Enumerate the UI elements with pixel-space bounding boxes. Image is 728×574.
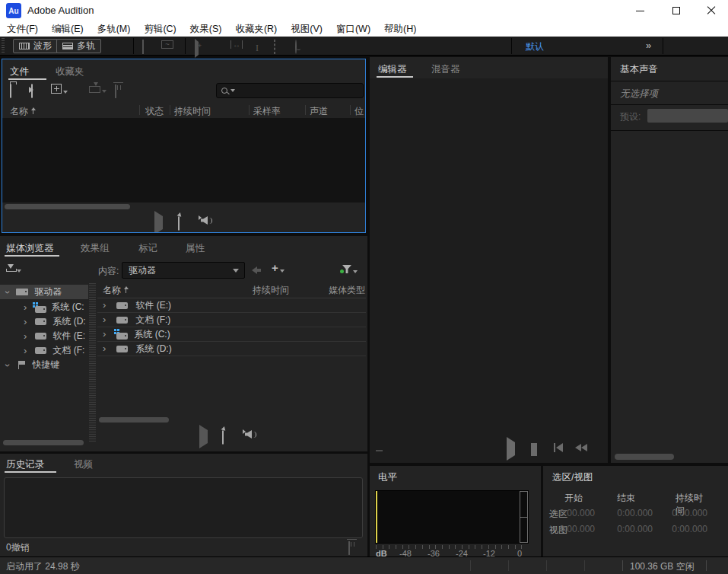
new-item-button[interactable]	[51, 84, 68, 94]
levels-meter[interactable]	[375, 490, 529, 544]
tab-mixer[interactable]: 混音器	[431, 63, 460, 76]
selection-duration-value[interactable]: 0:00.000	[672, 508, 707, 518]
spectral-pitch-toggle[interactable]: ~	[161, 40, 173, 49]
lasso-selection-tool[interactable]	[295, 40, 297, 54]
chevron-down-icon[interactable]: ›	[4, 363, 11, 366]
delete-file-button[interactable]	[115, 85, 116, 98]
files-list[interactable]	[2, 118, 365, 202]
list-item-documents-f[interactable]: › 文档 (F:)	[97, 313, 366, 327]
slip-tool[interactable]: ↔	[230, 40, 243, 49]
list-column-media-type[interactable]: 媒体类型	[329, 284, 365, 297]
insert-into-multitrack-button[interactable]	[89, 86, 106, 93]
tree-item-shortcuts[interactable]: › 快捷键	[0, 358, 88, 372]
chevron-down-icon[interactable]: ›	[4, 290, 11, 293]
menu-effects[interactable]: 效果(S)	[183, 21, 229, 37]
chevron-right-icon[interactable]: ›	[24, 318, 27, 326]
menu-file[interactable]: 文件(F)	[0, 21, 45, 37]
menu-window[interactable]: 窗口(W)	[329, 21, 377, 37]
tab-markers[interactable]: 标记	[138, 242, 157, 255]
tab-media-browser[interactable]: 媒体浏览器	[6, 242, 54, 255]
chevron-right-icon[interactable]: ›	[103, 301, 106, 309]
preset-input[interactable]	[647, 109, 728, 123]
editor-canvas[interactable]	[370, 78, 608, 463]
essential-sound-h-scrollbar[interactable]	[615, 454, 674, 460]
list-item-software-e[interactable]: › 软件 (E:)	[97, 298, 366, 313]
tree-item-software-e[interactable]: › 软件 (E:	[0, 329, 88, 343]
tree-item-system-c[interactable]: › 系统 (C:	[0, 300, 88, 314]
tab-properties[interactable]: 属性	[186, 242, 205, 255]
menu-multitrack[interactable]: 多轨(M)	[91, 21, 138, 37]
menu-view[interactable]: 视图(V)	[284, 21, 329, 37]
pause-button[interactable]	[531, 443, 537, 457]
view-multitrack-button[interactable]: 多轨	[56, 39, 101, 53]
open-file-button[interactable]	[10, 85, 11, 98]
add-shortcut-button[interactable]: +	[272, 263, 285, 273]
tab-files[interactable]: 文件	[10, 65, 29, 78]
toolbar-overflow-button[interactable]: »	[646, 40, 650, 51]
file-search-input[interactable]	[216, 83, 364, 98]
clear-history-button[interactable]	[348, 541, 350, 555]
menu-help[interactable]: 帮助(H)	[377, 21, 423, 37]
view-duration-value[interactable]: 0:00.000	[672, 524, 707, 534]
chevron-right-icon[interactable]: ›	[24, 347, 27, 355]
history-list[interactable]	[4, 477, 363, 538]
tree-v-scrollbar[interactable]	[89, 283, 96, 442]
preview-play-button[interactable]	[154, 216, 163, 230]
time-selection-tool[interactable]: I	[256, 40, 259, 54]
media-loop-playback-button[interactable]	[222, 431, 224, 445]
tab-essential-sound[interactable]: 基本声音	[620, 63, 658, 76]
selection-start-value[interactable]: 0:00.000	[559, 508, 595, 518]
column-bit-depth[interactable]: 位	[354, 105, 364, 118]
list-h-scrollbar[interactable]	[99, 417, 169, 423]
column-status[interactable]: 状态	[145, 105, 164, 118]
tab-favorites[interactable]: 收藏夹	[56, 65, 84, 78]
import-file-button[interactable]	[31, 85, 33, 98]
menu-edit[interactable]: 编辑(E)	[45, 21, 91, 37]
chevron-right-icon[interactable]: ›	[103, 330, 106, 338]
move-tool[interactable]	[195, 42, 199, 56]
tree-item-drives[interactable]: › 驱动器	[0, 285, 88, 299]
clip-indicator[interactable]	[520, 491, 528, 543]
loop-playback-button[interactable]	[178, 217, 180, 231]
menu-favorites[interactable]: 收藏夹(R)	[228, 21, 284, 37]
content-dropdown[interactable]: 驱动器	[122, 262, 245, 279]
filter-button[interactable]	[342, 265, 358, 273]
media-preview-play-button[interactable]	[199, 430, 208, 444]
tab-effects-rack[interactable]: 效果组	[81, 242, 110, 255]
close-button[interactable]	[694, 0, 728, 21]
column-duration[interactable]: 持续时间	[174, 105, 211, 118]
column-sample-rate[interactable]: 采样率	[253, 105, 281, 118]
tab-video[interactable]: 视频	[74, 458, 93, 471]
menu-clip[interactable]: 剪辑(C)	[137, 21, 183, 37]
list-item-system-c[interactable]: › 系统 (C:)	[97, 327, 366, 342]
chevron-right-icon[interactable]: ›	[103, 345, 106, 352]
tree-item-documents-f[interactable]: › 文档 (F:	[0, 343, 88, 358]
chevron-right-icon[interactable]: ›	[24, 333, 27, 340]
view-end-value[interactable]: 0:00.000	[617, 524, 653, 534]
media-import-button[interactable]	[6, 263, 21, 273]
view-start-value[interactable]: 0:00.000	[559, 524, 595, 534]
minimize-button[interactable]	[622, 0, 657, 21]
tree-item-system-d[interactable]: › 系统 (D:	[0, 314, 88, 329]
column-name[interactable]: 名称	[10, 105, 36, 118]
tab-editor[interactable]: 编辑器	[378, 63, 407, 76]
view-waveform-button[interactable]: 波形	[13, 39, 58, 53]
workspace-selector[interactable]: 默认	[526, 40, 544, 53]
files-h-scrollbar[interactable]	[5, 204, 130, 209]
editor-scrollbar-remnant[interactable]	[376, 450, 383, 451]
marquee-selection-tool[interactable]	[274, 40, 275, 54]
maximize-button[interactable]	[659, 0, 694, 21]
spectral-frequency-toggle[interactable]	[142, 40, 144, 54]
tab-history[interactable]: 历史记录	[6, 458, 44, 471]
toolbar-grip[interactable]	[2, 38, 5, 54]
list-column-name[interactable]: 名称	[103, 284, 129, 297]
chevron-right-icon[interactable]: ›	[24, 304, 27, 311]
chevron-right-icon[interactable]: ›	[103, 316, 106, 324]
play-button[interactable]	[507, 442, 515, 456]
play-icon	[199, 425, 208, 448]
selection-end-value[interactable]: 0:00.000	[617, 508, 653, 518]
tree-h-scrollbar[interactable]	[3, 440, 84, 445]
column-channels[interactable]: 声道	[310, 105, 328, 118]
list-item-system-d[interactable]: › 系统 (D:)	[97, 342, 366, 356]
list-column-duration[interactable]: 持续时间	[253, 284, 289, 297]
